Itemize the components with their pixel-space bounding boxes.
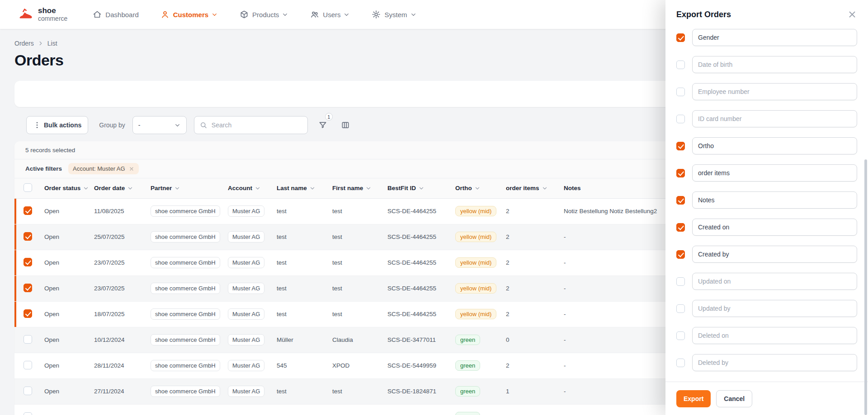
field-label: Created on [698, 224, 729, 231]
filter-button[interactable]: 1 [315, 117, 330, 133]
group-by-select[interactable]: - [132, 116, 187, 134]
account-chip: Muster AG [228, 231, 264, 242]
account-chip: Muster AG [228, 386, 264, 397]
logo-text: shoe commerce [38, 7, 67, 22]
filter-count-badge: 1 [325, 113, 333, 121]
field-checkbox[interactable] [676, 359, 685, 367]
products-icon [240, 10, 249, 19]
close-icon[interactable] [847, 9, 857, 19]
column-header-order-items[interactable]: order items [500, 178, 558, 198]
field-box: Deleted on [692, 327, 857, 344]
toggle-columns-button[interactable] [338, 117, 353, 133]
field-checkbox[interactable] [676, 169, 685, 177]
cell-first-name: XPOD [327, 353, 382, 378]
nav-item-products[interactable]: Products [240, 10, 288, 19]
shoe-logo-icon [18, 7, 33, 22]
cancel-button[interactable]: Cancel [716, 390, 752, 407]
sort-chevron-icon [309, 185, 316, 191]
active-filter-label: Account: Muster AG [73, 165, 125, 172]
logo-line2: commerce [38, 15, 67, 22]
account-chip: Muster AG [228, 308, 264, 320]
field-checkbox[interactable] [676, 142, 685, 150]
kebab-vertical-icon [33, 121, 41, 129]
breadcrumb-list[interactable]: List [47, 40, 57, 47]
field-checkbox[interactable] [676, 223, 685, 232]
cell-bestfit-id [382, 404, 450, 415]
chevron-down-icon [174, 122, 181, 129]
customers-icon [160, 10, 170, 19]
row-checkbox[interactable] [24, 361, 32, 369]
row-checkbox[interactable] [24, 232, 32, 241]
column-header-first-name[interactable]: First name [327, 178, 382, 198]
row-checkbox[interactable] [24, 335, 32, 344]
field-label: Ortho [698, 142, 714, 149]
drawer-footer: Export Cancel [665, 382, 868, 415]
account-chip: Muster AG [228, 334, 264, 345]
column-header-order-status[interactable]: Order status [39, 178, 89, 198]
search-input[interactable] [194, 116, 308, 134]
field-box: Updated by [692, 300, 857, 317]
group-by-value: - [138, 121, 141, 129]
cell-order-date [89, 404, 145, 415]
remove-filter-icon[interactable] [129, 166, 134, 172]
page-scrollbar-thumb[interactable] [864, 159, 867, 415]
app-logo[interactable]: shoe commerce [18, 7, 67, 22]
column-header-account[interactable]: Account [222, 178, 271, 198]
field-checkbox[interactable] [676, 196, 685, 205]
cell-bestfit-id: SCS-DE-1824871 [382, 378, 450, 404]
chevron-down-icon [282, 11, 288, 18]
cell-order-items: 1 [500, 378, 558, 404]
field-checkbox[interactable] [676, 250, 685, 259]
field-checkbox[interactable] [676, 33, 685, 42]
drawer-header: Export Orders [665, 0, 868, 29]
column-header-partner[interactable]: Partner [145, 178, 222, 198]
partner-chip: shoe commerce GmbH [151, 205, 220, 217]
partner-chip: shoe commerce GmbH [151, 360, 220, 371]
field-checkbox[interactable] [676, 115, 685, 123]
column-header-last-name[interactable]: Last name [271, 178, 327, 198]
field-checkbox[interactable] [676, 61, 685, 69]
active-filter-chip: Account: Muster AG [68, 163, 139, 174]
cell-bestfit-id: SCS-DE-4464255 [382, 224, 450, 250]
nav-item-system[interactable]: System [372, 10, 416, 19]
column-header-bestfit-id[interactable]: BestFit ID [382, 178, 450, 198]
row-checkbox[interactable] [24, 258, 32, 266]
column-header-ortho[interactable]: Ortho [450, 178, 500, 198]
field-label: Deleted by [698, 359, 728, 366]
row-checkbox[interactable] [24, 309, 32, 318]
bulk-actions-button[interactable]: Bulk actions [26, 116, 88, 134]
cell-order-date: 27/11/2024 [89, 378, 145, 404]
export-field-created-by: Created by [676, 246, 857, 263]
export-button[interactable]: Export [676, 390, 711, 407]
chevron-right-icon [38, 40, 44, 47]
row-checkbox[interactable] [24, 387, 32, 395]
breadcrumb-orders[interactable]: Orders [14, 40, 34, 47]
sort-chevron-icon [127, 185, 133, 191]
column-header-label: Order date [94, 185, 125, 191]
field-checkbox[interactable] [676, 331, 685, 340]
nav-item-customers[interactable]: Customers [160, 10, 218, 19]
cell-first-name: test [327, 224, 382, 250]
cell-last-name: test [271, 378, 327, 404]
nav-item-users[interactable]: Users [310, 10, 350, 19]
field-checkbox[interactable] [676, 277, 685, 286]
nav-item-dashboard[interactable]: Dashboard [93, 10, 138, 19]
field-box: Updated on [692, 273, 857, 290]
field-checkbox[interactable] [676, 88, 685, 96]
row-checkbox[interactable] [24, 412, 32, 415]
field-label: Updated on [698, 278, 731, 285]
cell-order-status: Open [39, 327, 89, 353]
row-checkbox[interactable] [24, 206, 32, 215]
field-box: ID card number [692, 110, 857, 127]
column-header-order-date[interactable]: Order date [89, 178, 145, 198]
export-field-employee-number: Employee number [676, 83, 857, 100]
sort-chevron-icon [83, 185, 89, 191]
field-box: Date of birth [692, 56, 857, 73]
row-checkbox[interactable] [24, 284, 32, 292]
cell-bestfit-id: SCS-DE-4464255 [382, 198, 450, 224]
cell-first-name: test [327, 275, 382, 301]
cell-order-date: 25/07/2025 [89, 224, 145, 250]
select-all-checkbox[interactable] [24, 183, 32, 192]
cell-order-items: 2 [500, 301, 558, 327]
field-checkbox[interactable] [676, 304, 685, 313]
